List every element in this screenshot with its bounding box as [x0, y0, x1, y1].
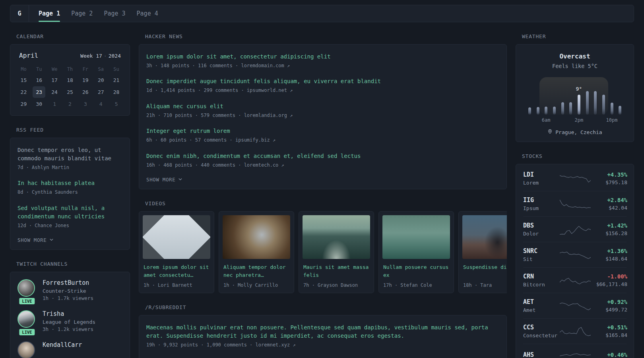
- stock-row[interactable]: CCS Consectetur +0.51% $165.84: [523, 318, 627, 344]
- rss-show-more-button[interactable]: SHOW MORE: [17, 237, 122, 243]
- calendar-day: 22: [17, 86, 30, 98]
- twitch-channel-row[interactable]: LIVE KendallCarr: [17, 341, 122, 358]
- stock-sparkline: [560, 274, 591, 287]
- calendar-day: 5: [110, 98, 123, 110]
- twitch-channel-name[interactable]: Trisha: [43, 310, 95, 317]
- chevron-down-icon: [178, 177, 182, 183]
- calendar-header: April Week 17·2024: [16, 52, 124, 59]
- stock-row[interactable]: AET Amet +0.92% $499.72: [523, 293, 627, 318]
- hackernews-item-title[interactable]: Donec imperdiet augue tincidunt felis al…: [146, 77, 499, 86]
- page-tab[interactable]: Page 3: [98, 5, 131, 22]
- hour-label: 2pm: [575, 117, 584, 123]
- hackernews-show-more-button[interactable]: SHOW MORE: [146, 177, 499, 183]
- video-card[interactable]: Suspendisse diam 18h · Tara: [458, 211, 507, 293]
- rss-item-title[interactable]: In hac habitasse platea: [17, 179, 122, 187]
- video-thumbnail[interactable]: [143, 215, 210, 259]
- twitch-channel-row[interactable]: LIVE ForrestBurton Counter-Strike 1h · 1…: [17, 279, 122, 302]
- stock-values: +0.51% $165.84: [591, 324, 627, 338]
- hackernews-item-title[interactable]: Integer eget rutrum lorem: [146, 127, 499, 135]
- stock-name: Ipsum: [523, 205, 560, 211]
- stock-values: -1.00% $66,171.48: [591, 273, 627, 287]
- live-badge: LIVE: [18, 297, 35, 305]
- stock-row[interactable]: SNRC Sit +1.36% $148.64: [523, 242, 627, 267]
- calendar-weekday-row: MoTuWeThFrSaSu: [16, 64, 124, 74]
- hackernews-item-title[interactable]: Donec enim nibh, condimentum et accumsan…: [146, 152, 499, 160]
- avatar[interactable]: [17, 310, 35, 328]
- page-tab[interactable]: Page 4: [131, 5, 164, 22]
- stock-values: +2.84% $42.04: [591, 197, 627, 211]
- video-thumbnail[interactable]: [382, 215, 450, 259]
- page-tab[interactable]: Page 1: [33, 5, 66, 22]
- temperature-bar: [537, 107, 539, 115]
- app-logo[interactable]: G: [10, 5, 29, 22]
- video-title[interactable]: Mauris sit amet massa felis: [303, 263, 369, 279]
- hackernews-item-title[interactable]: Lorem ipsum dolor sit amet, consectetur …: [146, 53, 499, 61]
- page-tab[interactable]: Page 2: [66, 5, 98, 22]
- temperature-bar: [594, 91, 597, 115]
- twitch-channel-name[interactable]: ForrestBurton: [43, 279, 93, 286]
- stock-price: $66,171.48: [591, 281, 627, 287]
- twitch-channel-category[interactable]: League of Legends: [43, 319, 95, 325]
- stock-price: $42.04: [591, 205, 627, 211]
- temperature-bar: [545, 107, 547, 115]
- stock-row[interactable]: CRN Bitcorn -1.00% $66,171.48: [523, 267, 627, 293]
- stock-symbol: LDI: [523, 171, 560, 178]
- video-thumbnail[interactable]: [223, 215, 290, 259]
- stock-row[interactable]: DBS Dolor +1.42% $156.28: [523, 216, 627, 242]
- hour-label: 6am: [542, 117, 551, 123]
- stock-change: +0.51%: [591, 324, 627, 331]
- video-title[interactable]: Lorem ipsum dolor sit amet consectetu…: [144, 263, 209, 279]
- stock-symbol: AET: [523, 298, 560, 305]
- hour-slot: [591, 80, 599, 115]
- hour-slot: 6am: [542, 80, 550, 115]
- calendar-day: 25: [64, 86, 76, 98]
- twitch-channel-name[interactable]: KendallCarr: [43, 341, 82, 348]
- rss-item-title[interactable]: Donec tempor eros leo, ut commodo mauris…: [17, 146, 122, 163]
- subreddit-post-title[interactable]: Maecenas mollis pulvinar erat non posuer…: [146, 323, 499, 340]
- avatar[interactable]: [17, 279, 35, 297]
- hackernews-item-meta: 16h · 468 points · 440 comments · loremt…: [146, 162, 499, 169]
- hackernews-item-title[interactable]: Aliquam nec cursus elit: [146, 102, 499, 111]
- calendar-week: Week 17: [80, 53, 102, 59]
- weekday-label: Th: [62, 64, 78, 74]
- stock-name: Lorem: [523, 180, 560, 186]
- stocks-widget: STOCKS LDI Lorem +4.35% $795.18: [516, 153, 634, 358]
- video-card[interactable]: Mauris sit amet massa felis 7h · Grayson…: [299, 211, 374, 293]
- twitch-card: LIVE ForrestBurton Counter-Strike 1h · 1…: [10, 272, 130, 358]
- stock-identity: SNRC Sit: [523, 247, 560, 262]
- video-thumbnail[interactable]: [462, 215, 507, 259]
- video-card[interactable]: Nullam posuere cursus ex 17h · Stefan Co…: [378, 211, 454, 293]
- calendar-day: 4: [95, 98, 107, 110]
- video-title[interactable]: Suspendisse diam: [463, 263, 507, 279]
- stock-change: +4.35%: [591, 171, 627, 178]
- video-card[interactable]: Aliquam tempor dolor nec pharetra… 1h · …: [219, 211, 294, 293]
- calendar-day: 2: [64, 98, 76, 110]
- weekday-label: Su: [109, 64, 124, 74]
- calendar-day: 15: [17, 74, 30, 86]
- hackernews-item: Donec enim nibh, condimentum et accumsan…: [146, 152, 499, 169]
- twitch-channel-meta: 1h · 1.7k viewers: [43, 295, 93, 301]
- stock-row[interactable]: IIG Ipsum +2.84% $42.04: [523, 191, 627, 216]
- calendar-day: 27: [95, 86, 107, 98]
- video-meta: 18h · Tara: [463, 282, 507, 288]
- stock-name: Amet: [523, 307, 560, 313]
- hour-slot: [526, 80, 534, 115]
- rss-item-meta: 7d · Ashlyn Martin: [17, 164, 122, 171]
- video-title[interactable]: Nullam posuere cursus ex: [383, 263, 449, 279]
- hackernews-item-meta: 3h · 148 points · 116 comments · loremdo…: [146, 62, 499, 69]
- avatar[interactable]: [17, 341, 35, 358]
- rss-list: Donec tempor eros leo, ut commodo mauris…: [17, 146, 122, 229]
- video-title[interactable]: Aliquam tempor dolor nec pharetra…: [223, 263, 289, 279]
- twitch-channel-category[interactable]: Counter-Strike: [43, 288, 93, 294]
- middle-column: HACKER NEWS Lorem ipsum dolor sit amet, …: [139, 33, 507, 358]
- stock-identity: LDI Lorem: [523, 171, 560, 186]
- stock-sparkline: [560, 349, 591, 358]
- stock-row[interactable]: LDI Lorem +4.35% $795.18: [523, 166, 627, 191]
- stock-row[interactable]: AHS +0.46%: [523, 344, 627, 358]
- stocks-card: LDI Lorem +4.35% $795.18 IIG Ipsum: [516, 164, 634, 358]
- calendar-day: 30: [33, 98, 45, 110]
- rss-item-title[interactable]: Sed volutpat nulla nisl, a condimentum n…: [17, 204, 122, 221]
- twitch-channel-row[interactable]: LIVE Trisha League of Legends 3h · 1.2k …: [17, 310, 122, 333]
- video-card[interactable]: Lorem ipsum dolor sit amet consectetu… 1…: [139, 211, 214, 293]
- video-thumbnail[interactable]: [303, 215, 370, 259]
